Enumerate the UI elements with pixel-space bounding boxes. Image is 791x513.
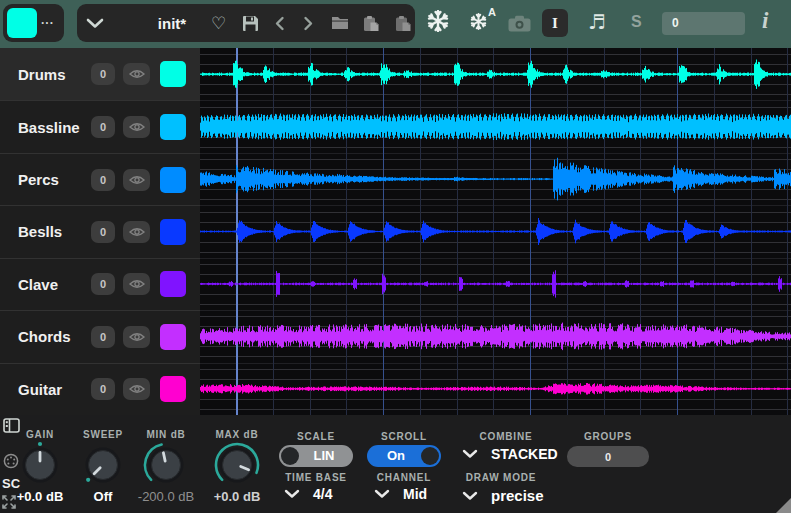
- track-row[interactable]: Percs 0: [0, 153, 200, 205]
- favorite-heart-icon[interactable]: ♡: [211, 4, 226, 42]
- draw-mode-label: DRAW MODE: [455, 472, 547, 483]
- scale-value: LIN: [299, 445, 349, 467]
- chevron-down-icon: [462, 491, 478, 501]
- max-db-value: +0.0 dB: [199, 489, 275, 504]
- snapshot-camera-icon[interactable]: [508, 15, 531, 32]
- paste-preset-icon[interactable]: [394, 4, 412, 42]
- channel-dropdown[interactable]: Mid: [374, 486, 427, 502]
- track-list: Drums 0 Bassline 0 Percs 0 Beslls: [0, 48, 200, 415]
- preset-browser-folder-icon[interactable]: [331, 4, 349, 42]
- combine-label: COMBINE: [460, 431, 552, 442]
- preset-bar: init* ♡: [77, 4, 415, 42]
- track-visibility-button[interactable]: [123, 169, 150, 191]
- track-count-badge[interactable]: 0: [91, 378, 115, 400]
- track-row[interactable]: Chords 0: [0, 310, 200, 362]
- time-base-value: 4/4: [313, 486, 332, 502]
- solo-button[interactable]: S: [631, 13, 642, 31]
- min-db-knob[interactable]: MIN dB -200.0 dB: [128, 429, 204, 504]
- scroll-toggle[interactable]: On: [367, 445, 441, 467]
- time-base-dropdown[interactable]: 4/4: [284, 486, 332, 502]
- track-count-badge[interactable]: 0: [91, 326, 115, 348]
- input-monitor-button[interactable]: I: [542, 9, 568, 37]
- combine-value: STACKED: [491, 446, 558, 462]
- track-visibility-button[interactable]: [123, 326, 150, 348]
- combine-dropdown[interactable]: STACKED: [462, 446, 558, 462]
- scale-label: SCALE: [278, 431, 354, 442]
- track-count-badge[interactable]: 0: [91, 273, 115, 295]
- chevron-down-icon: [284, 489, 300, 499]
- min-db-label: MIN dB: [128, 429, 204, 440]
- info-icon[interactable]: i: [762, 8, 768, 34]
- next-preset-icon[interactable]: [303, 4, 314, 42]
- resize-handle[interactable]: [776, 498, 791, 513]
- channel-label: CHANNEL: [362, 472, 446, 483]
- counter-input[interactable]: 0: [662, 12, 745, 35]
- track-count-badge[interactable]: 0: [91, 63, 115, 85]
- save-preset-icon[interactable]: [242, 4, 259, 42]
- scale-toggle[interactable]: LIN: [279, 445, 353, 467]
- track-row[interactable]: Beslls 0: [0, 205, 200, 257]
- max-db-knob[interactable]: MAX dB +0.0 dB: [199, 429, 275, 504]
- waveform-display[interactable]: [200, 48, 791, 415]
- toolbar: ... init* ♡: [0, 0, 791, 48]
- freeze-icon[interactable]: [427, 10, 449, 32]
- time-base-label: TIME BASE: [270, 472, 362, 483]
- draw-mode-dropdown[interactable]: precise: [462, 487, 544, 504]
- groups-label: GROUPS: [566, 431, 650, 442]
- active-track-group: ...: [3, 4, 64, 42]
- auto-freeze-icon[interactable]: [470, 13, 487, 30]
- track-row[interactable]: Bassline 0: [0, 100, 200, 152]
- scroll-value: On: [371, 445, 421, 467]
- auto-freeze-a-label: A: [488, 6, 496, 18]
- active-track-color-swatch[interactable]: [7, 8, 37, 38]
- more-options-button[interactable]: ...: [41, 13, 54, 27]
- draw-mode-value: precise: [491, 487, 544, 504]
- track-visibility-button[interactable]: [123, 378, 150, 400]
- min-db-value: -200.0 dB: [128, 489, 204, 504]
- eye-icon: [129, 68, 145, 80]
- track-count-badge[interactable]: 0: [91, 221, 115, 243]
- track-visibility-button[interactable]: [123, 116, 150, 138]
- toggle-knob: [281, 447, 299, 465]
- track-visibility-button[interactable]: [123, 63, 150, 85]
- track-color-swatch[interactable]: [160, 167, 186, 193]
- eye-icon: [129, 174, 145, 186]
- eye-icon: [129, 383, 145, 395]
- eye-icon: [129, 278, 145, 290]
- toggle-knob: [421, 447, 439, 465]
- track-row[interactable]: Guitar 0: [0, 363, 200, 415]
- plugin-window: ... init* ♡: [0, 0, 791, 513]
- track-name: Bassline: [18, 119, 91, 136]
- copy-preset-icon[interactable]: [362, 4, 380, 42]
- channel-value: Mid: [403, 486, 427, 502]
- eye-icon: [129, 226, 145, 238]
- chevron-down-icon: [374, 489, 390, 499]
- scroll-label: SCROLL: [366, 431, 442, 442]
- track-name: Guitar: [18, 381, 91, 398]
- track-color-swatch[interactable]: [160, 271, 186, 297]
- eye-icon: [129, 121, 145, 133]
- track-name: Clave: [18, 276, 91, 293]
- chevron-down-icon: [462, 449, 478, 459]
- track-row[interactable]: Clave 0: [0, 258, 200, 310]
- track-visibility-button[interactable]: [123, 221, 150, 243]
- track-name: Percs: [18, 171, 91, 188]
- musical-notes-icon[interactable]: ♬: [588, 10, 606, 34]
- track-name: Drums: [18, 66, 91, 83]
- preset-dropdown-chevron-icon[interactable]: [86, 4, 104, 42]
- track-color-swatch[interactable]: [160, 219, 186, 245]
- track-color-swatch[interactable]: [160, 376, 186, 402]
- track-color-swatch[interactable]: [160, 61, 186, 87]
- track-color-swatch[interactable]: [160, 324, 186, 350]
- previous-preset-icon[interactable]: [274, 4, 285, 42]
- track-name: Beslls: [18, 223, 91, 240]
- track-count-badge[interactable]: 0: [91, 169, 115, 191]
- eye-icon: [129, 331, 145, 343]
- track-name: Chords: [18, 328, 91, 345]
- track-color-swatch[interactable]: [160, 114, 186, 140]
- track-visibility-button[interactable]: [123, 273, 150, 295]
- groups-button[interactable]: 0: [567, 446, 649, 467]
- control-panel: SC GAIN +0.0 dB SWEEP Off MIN dB -200.0 …: [0, 415, 791, 513]
- track-count-badge[interactable]: 0: [91, 116, 115, 138]
- track-row[interactable]: Drums 0: [0, 48, 200, 100]
